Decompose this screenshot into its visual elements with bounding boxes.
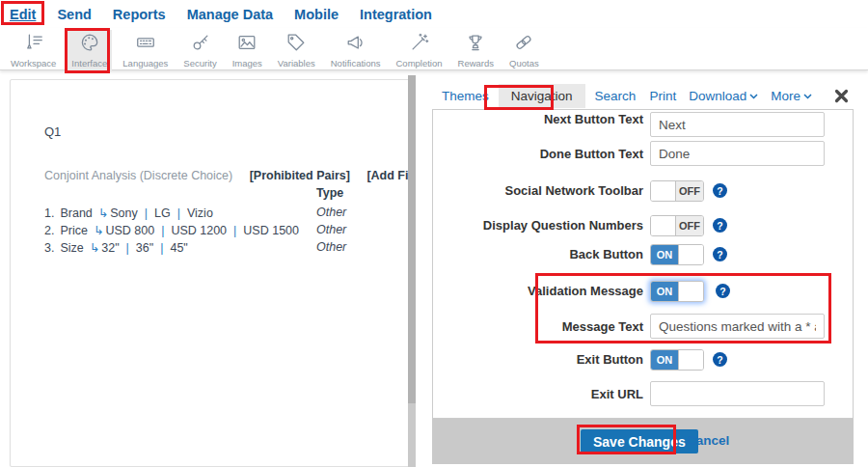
- attribute-row: 1.Brand↳Sony|LG|Vizio Other: [44, 206, 411, 220]
- type-column-header: Type: [316, 186, 343, 200]
- toggle-state-label: OFF: [676, 216, 703, 235]
- exit-button-toggle[interactable]: ON: [650, 349, 704, 371]
- attribute-name: Price: [60, 224, 87, 237]
- chevron-down-icon: [749, 94, 758, 99]
- help-icon[interactable]: ?: [713, 183, 727, 198]
- tool-workspace[interactable]: Workspace: [6, 30, 61, 71]
- done-button-text-input[interactable]: [650, 141, 825, 166]
- tool-label: Security: [183, 58, 216, 69]
- toggle-state-label: ON: [651, 350, 678, 370]
- attribute-level: LG: [154, 206, 171, 220]
- menu-item-manage-data[interactable]: Manage Data: [187, 7, 273, 22]
- tab-navigation[interactable]: Navigation: [499, 84, 585, 108]
- prohibited-pairs-link[interactable]: [Prohibited Pairs]: [250, 169, 350, 182]
- tool-languages[interactable]: Languages: [118, 30, 173, 71]
- toggle-knob: [651, 181, 676, 201]
- attribute-type-value: Other: [316, 223, 346, 236]
- toggle-knob: [678, 282, 703, 301]
- attribute-row: 3.Size↳32"|36"|45" Other: [44, 240, 411, 255]
- back-button-label: Back Button: [433, 247, 643, 261]
- attribute-name: Brand: [60, 206, 92, 220]
- pipe-separator: |: [126, 241, 129, 255]
- attribute-level: Sony: [110, 206, 138, 220]
- more-link[interactable]: More: [771, 89, 812, 103]
- save-changes-button[interactable]: Save Changes: [581, 429, 698, 453]
- tool-notifications[interactable]: Notifications: [326, 30, 386, 71]
- toggle-knob: [651, 216, 676, 235]
- toggle-knob: [678, 245, 703, 264]
- help-icon[interactable]: ?: [713, 247, 727, 261]
- security-key-icon: [190, 32, 211, 57]
- social-network-toolbar-label: Social Network Toolbar: [433, 183, 643, 198]
- add-fixed-tasks-link[interactable]: [Add Fixed Tasks: [366, 169, 413, 182]
- tool-label: Quotas: [509, 58, 539, 69]
- close-icon[interactable]: [834, 89, 849, 103]
- return-arrow-icon: ↳: [98, 206, 108, 220]
- exit-url-label: Exit URL: [433, 387, 643, 401]
- display-question-numbers-toggle[interactable]: OFF: [650, 215, 704, 236]
- attribute-level: 36": [136, 241, 153, 255]
- toggle-state-label: ON: [651, 245, 678, 264]
- attribute-number: 3.: [44, 241, 54, 255]
- next-button-text-input[interactable]: [650, 112, 825, 137]
- menu-item-mobile[interactable]: Mobile: [294, 7, 339, 22]
- social-network-toolbar-toggle[interactable]: OFF: [650, 180, 704, 202]
- message-text-label: Message Text: [433, 319, 643, 334]
- validation-message-toggle[interactable]: ON: [650, 281, 704, 302]
- return-arrow-icon: ↳: [90, 241, 99, 255]
- next-button-text-label: Next Button Text: [433, 112, 643, 126]
- tool-label: Variables: [278, 58, 315, 69]
- toggle-state-label: ON: [651, 282, 678, 301]
- panel-actions: Print Download More: [649, 89, 854, 103]
- variables-tag-icon: [285, 32, 307, 57]
- tool-quotas[interactable]: Quotas: [504, 30, 544, 71]
- validation-message-label: Validation Message: [433, 284, 643, 298]
- tool-label: Images: [232, 58, 262, 69]
- menu-item-integration[interactable]: Integration: [360, 7, 432, 22]
- images-picture-icon: [236, 32, 258, 57]
- menu-item-reports[interactable]: Reports: [113, 7, 166, 22]
- tool-label: Completion: [395, 58, 442, 69]
- attribute-level: Vizio: [187, 206, 213, 220]
- top-menu-bar: Edit Send Reports Manage Data Mobile Int…: [0, 0, 868, 28]
- attribute-level: USD 1200: [171, 224, 227, 237]
- help-icon[interactable]: ?: [716, 284, 730, 298]
- cancel-link[interactable]: Cancel: [687, 433, 729, 448]
- done-button-text-label: Done Button Text: [433, 147, 643, 161]
- attribute-level: USD 800: [105, 224, 154, 237]
- settings-tab-bar: Themes Navigation Search Print Download …: [432, 83, 854, 109]
- tool-security[interactable]: Security: [178, 30, 221, 71]
- tool-images[interactable]: Images: [228, 30, 267, 71]
- form-footer: Save Changes Cancel: [432, 419, 854, 464]
- help-icon[interactable]: ?: [713, 352, 727, 367]
- question-header: Conjoint Analysis (Discrete Choice) [Pro…: [44, 169, 413, 182]
- scrollbar-thumb[interactable]: [408, 75, 416, 403]
- attribute-number: 1.: [44, 206, 54, 220]
- rewards-trophy-icon: [465, 32, 486, 57]
- tab-search[interactable]: Search: [585, 84, 646, 108]
- message-text-input[interactable]: [650, 314, 825, 339]
- exit-url-input[interactable]: [650, 381, 825, 406]
- vertical-scrollbar[interactable]: [408, 75, 416, 467]
- chevron-down-icon: [803, 94, 812, 99]
- tool-rewards[interactable]: Rewards: [453, 30, 500, 71]
- download-link[interactable]: Download: [689, 89, 758, 103]
- menu-item-send[interactable]: Send: [57, 7, 91, 22]
- tool-interface[interactable]: Interface: [67, 30, 112, 71]
- help-icon[interactable]: ?: [713, 218, 727, 233]
- attribute-row: 2.Price↳USD 800|USD 1200|USD 1500 Other: [44, 223, 411, 237]
- back-button-toggle[interactable]: ON: [650, 244, 704, 265]
- pipe-separator: |: [145, 206, 148, 220]
- attribute-type-value: Other: [316, 206, 346, 219]
- question-type-label: Conjoint Analysis (Discrete Choice): [44, 169, 232, 182]
- workspace-pen-icon: [23, 32, 44, 57]
- tool-variables[interactable]: Variables: [273, 30, 320, 71]
- toggle-state-label: OFF: [676, 181, 703, 201]
- tab-themes[interactable]: Themes: [432, 84, 499, 108]
- interface-palette-icon: [79, 32, 100, 57]
- attribute-level: 32": [101, 241, 119, 255]
- tool-completion[interactable]: Completion: [391, 30, 447, 71]
- survey-preview-panel: Q1 Conjoint Analysis (Discrete Choice) […: [10, 79, 413, 467]
- print-link[interactable]: Print: [649, 89, 676, 103]
- menu-item-edit[interactable]: Edit: [10, 7, 36, 22]
